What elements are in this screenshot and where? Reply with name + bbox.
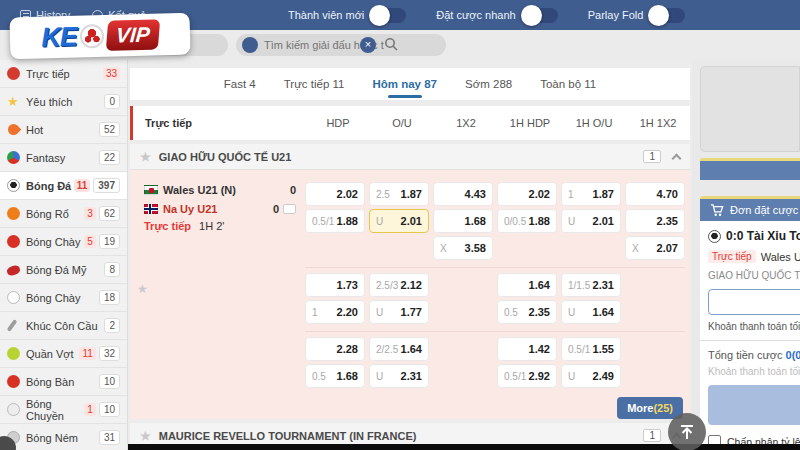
odds-cell[interactable]: 1.42	[497, 337, 557, 361]
norway-flag	[144, 204, 158, 214]
sidebar-item-label: Fantasy	[26, 152, 65, 164]
odds-cell[interactable]: 2.5/32.12	[369, 273, 429, 297]
more-button[interactable]: More(25)	[617, 397, 683, 419]
sidebar-item-bong-chuyen[interactable]: Bóng Chuyền110	[0, 396, 127, 424]
sidebar-item-fantasy[interactable]: Fantasy22	[0, 144, 127, 172]
tab-fast-4[interactable]: Fast 4	[224, 78, 256, 90]
match-info[interactable]: Wales U21 (N) 0 Na Uy U21 0 Trực tiếp 1H…	[144, 180, 296, 232]
stake-input[interactable]	[708, 289, 800, 315]
sidebar-item-bong-a[interactable]: Bóng Đá11397	[0, 172, 127, 200]
arrow-up-icon	[677, 422, 697, 442]
place-bet-button[interactable]: L	[708, 385, 800, 425]
toggle-label: Parlay Fold	[588, 9, 644, 21]
odds-value: 2.02	[337, 188, 358, 200]
tab-toan-bo-11[interactable]: Toàn bộ 11	[540, 78, 596, 90]
sidebar-item-quan-vot[interactable]: Quần Vợt1132	[0, 340, 127, 368]
odds-cell[interactable]: 2.02	[305, 182, 365, 206]
clear-search-icon[interactable]	[360, 37, 376, 53]
odds-cell[interactable]: 4.43	[433, 182, 493, 206]
odds-cell[interactable]: 2.28	[305, 337, 365, 361]
sidebar-item-yeu-thich[interactable]: Yêu thích0	[0, 88, 127, 116]
odds-cell[interactable]: 2.02	[497, 182, 557, 206]
away-team-name: Na Uy U21	[163, 203, 217, 215]
odds-cell[interactable]: 2/2.51.64	[369, 337, 429, 361]
odds-cell[interactable]: 1.64	[497, 273, 557, 297]
sidebar-item-bong-ban[interactable]: Bóng Bàn10	[0, 368, 127, 396]
odds-cell[interactable]: 1.73	[305, 273, 365, 297]
sidebar-item-bong-nem[interactable]: Bóng Ném31	[0, 424, 127, 450]
column-header-1x2: 1X2	[436, 117, 496, 129]
tab-som-288[interactable]: Sớm 288	[465, 78, 512, 90]
match-stats-icon[interactable]	[283, 204, 296, 214]
odds-cell[interactable]: U2.01	[561, 209, 621, 233]
collapse-chevron-icon[interactable]	[672, 153, 682, 163]
keovip-logo[interactable]: KE VIP	[9, 13, 190, 60]
sidebar-item-khuc-con-cau[interactable]: Khúc Côn Cầu2	[0, 312, 127, 340]
header-toggles: Thành viên mớiĐặt cược nhanhParlay Fold	[288, 8, 685, 23]
toggle-switch[interactable]	[651, 8, 685, 23]
odds-value: 2.35	[529, 306, 550, 318]
sidebar-item-truc-tiep[interactable]: Trực tiếp33	[0, 60, 127, 88]
sidebar-item-hot[interactable]: Hot52	[0, 116, 127, 144]
odds-cell[interactable]: 0.51.68	[305, 364, 365, 388]
odds-row: 0.51.68U2.310.5/12.92U2.49	[305, 364, 685, 388]
tab-hom-nay-87[interactable]: Hôm nay 87	[372, 78, 437, 90]
odds-cell[interactable]: X3.58	[433, 236, 493, 260]
favorite-star-icon[interactable]	[140, 150, 151, 164]
odds-cell[interactable]: 0.5/11.55	[561, 337, 621, 361]
odds-value: 2.02	[529, 188, 550, 200]
odds-row: 2.022.51.874.432.0211.874.70	[305, 182, 685, 206]
max-payout-hint: Khoản thanh toán tối đa	[708, 321, 800, 332]
logo-soccer-ball-icon	[80, 24, 105, 49]
odds-cell[interactable]: 2.51.87	[369, 182, 429, 206]
scroll-to-top-button[interactable]	[668, 413, 706, 450]
odds-value: 2.35	[657, 215, 678, 227]
volleyball-icon	[7, 403, 20, 416]
toggle-switch[interactable]	[372, 8, 406, 23]
odds-cell[interactable]: U2.49	[561, 364, 621, 388]
tennis-icon	[7, 347, 20, 360]
betslip-header[interactable]: Đơn đặt cược	[700, 196, 800, 221]
toggle-at-cuoc-nhanh[interactable]: Đặt cược nhanh	[436, 8, 557, 23]
total-count-badge: 62	[99, 206, 120, 221]
total-count-badge: 10	[99, 402, 120, 417]
odds-cell[interactable]: 1/1.52.31	[561, 273, 621, 297]
toggle-switch[interactable]	[524, 8, 558, 23]
odds-cell[interactable]: 12.20	[305, 300, 365, 324]
sidebar-item-bong-chay[interactable]: Bóng Chày18	[0, 284, 127, 312]
sidebar-item-bong-a-my[interactable]: Bóng Đá Mỹ8	[0, 256, 127, 284]
odds-cell[interactable]: 4.70	[625, 182, 685, 206]
sidebar-item-bong-ro[interactable]: Bóng Rổ362	[0, 200, 127, 228]
odds-row: 0.5/11.88U2.011.680/0.51.88U2.012.35	[305, 209, 685, 233]
odds-cell[interactable]: 2.35	[625, 209, 685, 233]
search-bar[interactable]	[236, 34, 446, 56]
odds-cell[interactable]: 1.68	[433, 209, 493, 233]
search-icon[interactable]	[384, 37, 398, 53]
league-header-1[interactable]: GIAO HỮU QUỐC TẾ U21 1	[130, 144, 690, 170]
match-favorite-star-icon[interactable]	[137, 282, 148, 296]
sidebar-item-badges: 11397	[74, 178, 120, 193]
odds-value: 1.68	[465, 215, 486, 227]
toggle-thanh-vien-moi[interactable]: Thành viên mới	[288, 8, 406, 23]
sidebar-item-bong-chay[interactable]: Bóng Chày519	[0, 228, 127, 256]
odds-cell[interactable]: 0.52.35	[497, 300, 557, 324]
odds-cell[interactable]: U2.01	[369, 209, 429, 233]
favorite-star-icon[interactable]	[140, 429, 151, 443]
odds-cell[interactable]: 0/0.51.88	[497, 209, 557, 233]
soccer-icon	[708, 230, 721, 243]
toggle-parlay-fold[interactable]: Parlay Fold	[588, 8, 686, 23]
handicap-value: U	[568, 307, 575, 318]
odds-cell[interactable]: 11.87	[561, 182, 621, 206]
odds-cell[interactable]: 0.5/12.92	[497, 364, 557, 388]
bet-team-name: Wales U21	[761, 251, 800, 263]
sidebar-item-label: Bóng Chuyền	[26, 398, 84, 422]
sidebar-item-badges: 0	[104, 94, 120, 109]
match-view-tab-bar[interactable]	[700, 158, 800, 180]
odds-cell[interactable]: 0.5/11.88	[305, 209, 365, 233]
odds-cell[interactable]: U1.64	[561, 300, 621, 324]
odds-cell[interactable]: U2.31	[369, 364, 429, 388]
odds-cell[interactable]: X2.07	[625, 236, 685, 260]
tab-truc-tiep-11[interactable]: Trực tiếp 11	[284, 78, 345, 90]
odds-cell[interactable]: U1.77	[369, 300, 429, 324]
total-count-badge: 19	[99, 234, 120, 249]
